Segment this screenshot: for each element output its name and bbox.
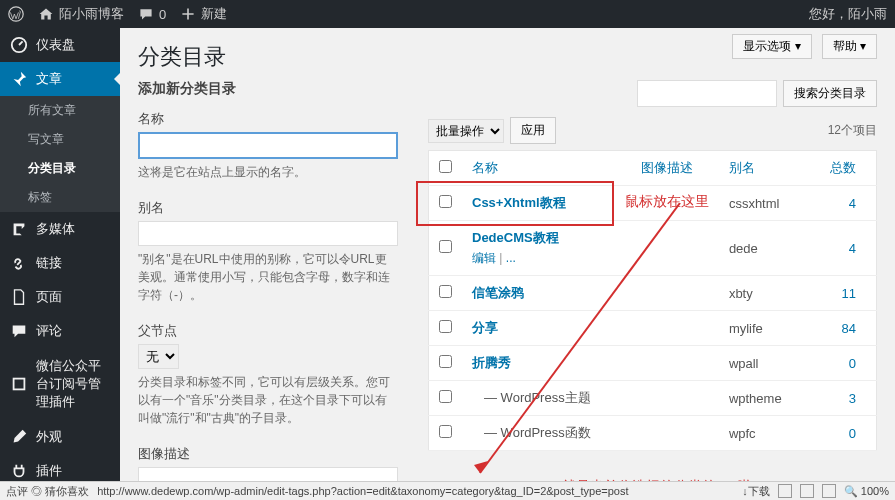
- submenu-item[interactable]: 所有文章: [0, 96, 120, 125]
- row-checkbox[interactable]: [439, 285, 452, 298]
- row-checkbox[interactable]: [439, 390, 452, 403]
- table-row: Css+Xhtml教程cssxhtml4: [429, 186, 877, 221]
- row-checkbox[interactable]: [439, 355, 452, 368]
- item-count: 12个项目: [828, 122, 877, 139]
- row-actions[interactable]: 编辑 | ...: [472, 250, 621, 267]
- screen-options-button[interactable]: 显示选项 ▾: [732, 34, 811, 59]
- help-button[interactable]: 帮助 ▾: [822, 34, 877, 59]
- comments-link[interactable]: 0: [138, 6, 166, 22]
- submenu-item[interactable]: 分类目录: [0, 154, 120, 183]
- new-link[interactable]: 新建: [180, 5, 227, 23]
- submenu-item[interactable]: 标签: [0, 183, 120, 212]
- table-row: DedeCMS教程编辑 | ...dede4: [429, 221, 877, 276]
- table-row: — WordPress主题wptheme3: [429, 381, 877, 416]
- content-area: 显示选项 ▾ 帮助 ▾ 分类目录 添加新分类目录 名称 这将是它在站点上显示的名…: [120, 28, 895, 500]
- col-count[interactable]: 总数: [808, 151, 877, 186]
- status-url: http://www.dedewp.com/wp-admin/edit-tags…: [97, 485, 734, 497]
- row-checkbox[interactable]: [439, 195, 452, 208]
- menu-appearance[interactable]: 外观: [0, 420, 120, 454]
- parent-desc: 分类目录和标签不同，它可以有层级关系。您可以有一个"音乐"分类目录，在这个目录下…: [138, 373, 398, 427]
- table-row: 折腾秀wpall0: [429, 346, 877, 381]
- status-icon: [800, 484, 814, 498]
- slug-input[interactable]: [138, 221, 398, 246]
- category-link[interactable]: DedeCMS教程: [472, 230, 559, 245]
- table-row: 分享mylife84: [429, 311, 877, 346]
- parent-select[interactable]: 无: [138, 344, 179, 369]
- status-icon: [822, 484, 836, 498]
- table-row: 信笔涂鸦xbty11: [429, 276, 877, 311]
- select-all[interactable]: [439, 160, 452, 173]
- status-dl: ↓下载: [742, 484, 770, 499]
- search-button[interactable]: 搜索分类目录: [783, 80, 877, 107]
- col-imgdesc[interactable]: 图像描述: [631, 151, 719, 186]
- col-name[interactable]: 名称: [462, 151, 631, 186]
- category-link[interactable]: 分享: [472, 320, 498, 335]
- menu-comments[interactable]: 评论: [0, 314, 120, 348]
- name-input[interactable]: [138, 132, 398, 159]
- table-row: — WordPress函数wpfc0: [429, 416, 877, 451]
- name-desc: 这将是它在站点上显示的名字。: [138, 163, 398, 181]
- wp-logo[interactable]: [8, 6, 24, 22]
- slug-desc: "别名"是在URL中使用的别称，它可以令URL更美观。通常使用小写，只能包含字母…: [138, 250, 398, 304]
- name-label: 名称: [138, 110, 398, 128]
- admin-sidebar: 仪表盘文章所有文章写文章分类目录标签多媒体链接页面评论微信公众平台订阅号管理插件…: [0, 28, 120, 500]
- bulk-select[interactable]: 批量操作: [428, 119, 504, 143]
- row-checkbox[interactable]: [439, 320, 452, 333]
- slug-label: 别名: [138, 199, 398, 217]
- category-link[interactable]: Css+Xhtml教程: [472, 195, 566, 210]
- category-link[interactable]: 信笔涂鸦: [472, 285, 524, 300]
- menu-dashboard[interactable]: 仪表盘: [0, 28, 120, 62]
- admin-bar: 陌小雨博客 0 新建 您好，陌小雨: [0, 0, 895, 28]
- row-checkbox[interactable]: [439, 425, 452, 438]
- menu-posts[interactable]: 文章: [0, 62, 120, 96]
- category-link[interactable]: 折腾秀: [472, 355, 511, 370]
- status-icon: [778, 484, 792, 498]
- row-checkbox[interactable]: [439, 240, 452, 253]
- greeting[interactable]: 您好，陌小雨: [809, 5, 887, 23]
- status-left: 点评 ◎ 猜你喜欢: [6, 484, 89, 499]
- parent-label: 父节点: [138, 322, 398, 340]
- col-slug[interactable]: 别名: [719, 151, 808, 186]
- category-list: 搜索分类目录 批量操作 应用 12个项目 名称 图像描述 别名 总数 Css+X…: [428, 80, 877, 500]
- search-input[interactable]: [637, 80, 777, 107]
- category-table: 名称 图像描述 别名 总数 Css+Xhtml教程cssxhtml4DedeCM…: [428, 150, 877, 451]
- add-category-form: 添加新分类目录 名称 这将是它在站点上显示的名字。 别名 "别名"是在URL中使…: [138, 80, 398, 500]
- menu-pages[interactable]: 页面: [0, 280, 120, 314]
- apply-button[interactable]: 应用: [510, 117, 556, 144]
- submenu-item[interactable]: 写文章: [0, 125, 120, 154]
- menu-links[interactable]: 链接: [0, 246, 120, 280]
- imgdesc-label: 图像描述: [138, 445, 398, 463]
- browser-statusbar: 点评 ◎ 猜你喜欢 http://www.dedewp.com/wp-admin…: [0, 481, 895, 500]
- menu-generic[interactable]: 微信公众平台订阅号管理插件: [0, 349, 120, 419]
- form-heading: 添加新分类目录: [138, 80, 398, 98]
- menu-media[interactable]: 多媒体: [0, 212, 120, 246]
- site-link[interactable]: 陌小雨博客: [38, 5, 124, 23]
